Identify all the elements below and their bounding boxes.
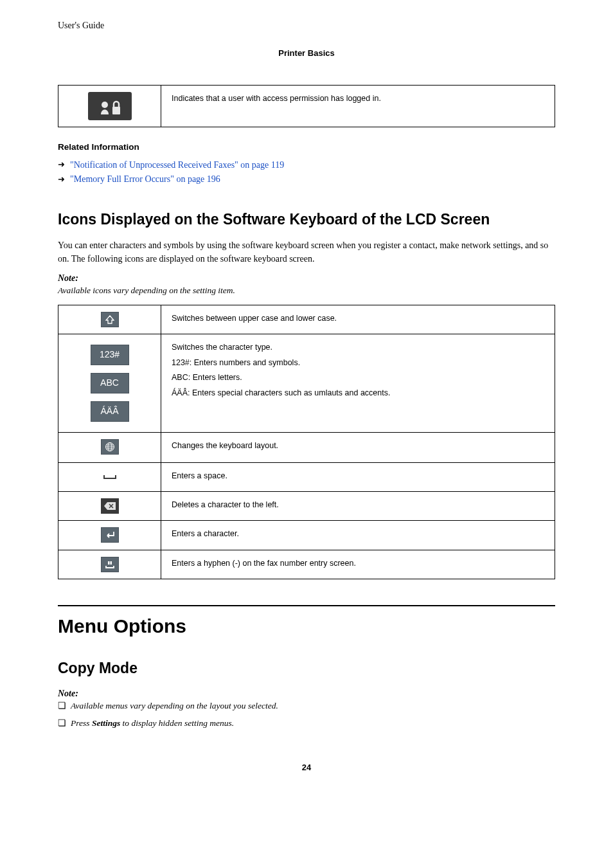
copy-mode-note-2: Press Settings to display hidden setting… bbox=[58, 718, 555, 730]
keyboard-icons-table: Switches between upper case and lower ca… bbox=[58, 305, 555, 580]
note-text: Available icons vary depending on the se… bbox=[58, 285, 555, 297]
enter-icon-desc: Enters a character. bbox=[161, 521, 555, 550]
related-link-2[interactable]: "Memory Full Error Occurs" on page 196 bbox=[70, 173, 220, 186]
login-icon-table: Indicates that a user with access permis… bbox=[58, 85, 555, 127]
related-link-row: ➜ "Notification of Unprocessed Received … bbox=[58, 159, 555, 172]
icons-section-intro: You can enter characters and symbols by … bbox=[58, 239, 555, 266]
hyphen-icon-desc: Enters a hyphen (-) on the fax number en… bbox=[161, 550, 555, 579]
space-icon bbox=[101, 469, 119, 485]
copy-mode-heading: Copy Mode bbox=[58, 658, 555, 678]
copy-mode-note-1: Available menus vary depending on the la… bbox=[58, 700, 555, 712]
svg-rect-9 bbox=[108, 561, 110, 565]
chartype-desc-accent: ÁÄÂ: Enters special characters such as u… bbox=[172, 388, 544, 399]
globe-icon bbox=[101, 439, 119, 455]
chartype-desc: Switches the character type. 123#: Enter… bbox=[161, 334, 555, 433]
svg-point-0 bbox=[102, 102, 108, 108]
svg-rect-10 bbox=[110, 561, 112, 565]
hyphen-icon-cell bbox=[58, 550, 161, 579]
login-icon-cell bbox=[58, 85, 161, 127]
login-icon-desc: Indicates that a user with access permis… bbox=[161, 85, 555, 127]
pause-hyphen-icon bbox=[101, 557, 119, 572]
header-guide: User's Guide bbox=[58, 19, 555, 32]
chartype-abc-icon: ABC bbox=[91, 373, 129, 393]
space-icon-cell bbox=[58, 462, 161, 491]
shift-icon-desc: Switches between upper case and lower ca… bbox=[161, 305, 555, 334]
related-info-heading: Related Information bbox=[58, 141, 555, 154]
backspace-icon bbox=[101, 498, 119, 514]
arrow-right-icon: ➜ bbox=[58, 174, 65, 185]
menu-options-heading: Menu Options bbox=[58, 605, 555, 640]
chartype-icon-cell: 123# ABC ÁÄÂ bbox=[58, 334, 161, 433]
arrow-right-icon: ➜ bbox=[58, 159, 65, 170]
chartype-desc-abc: ABC: Enters letters. bbox=[172, 372, 544, 384]
layout-icon-cell bbox=[58, 433, 161, 463]
svg-rect-1 bbox=[112, 107, 120, 114]
enter-icon bbox=[101, 527, 119, 543]
backspace-icon-desc: Deletes a character to the left. bbox=[161, 491, 555, 521]
icons-section-title: Icons Displayed on the Software Keyboard… bbox=[58, 209, 555, 230]
backspace-icon-cell bbox=[58, 491, 161, 521]
chartype-123-icon: 123# bbox=[91, 345, 129, 365]
related-link-1[interactable]: "Notification of Unprocessed Received Fa… bbox=[70, 159, 284, 172]
header-section-title: Printer Basics bbox=[58, 48, 555, 59]
chartype-desc-main: Switches the character type. bbox=[172, 342, 544, 354]
layout-icon-desc: Changes the keyboard layout. bbox=[161, 433, 555, 463]
chartype-desc-123: 123#: Enters numbers and symbols. bbox=[172, 357, 544, 369]
enter-icon-cell bbox=[58, 521, 161, 550]
note-label: Note: bbox=[58, 272, 555, 285]
space-icon-desc: Enters a space. bbox=[161, 462, 555, 491]
copy-mode-notes: Available menus vary depending on the la… bbox=[58, 700, 555, 730]
shift-icon-cell bbox=[58, 305, 161, 334]
page-number: 24 bbox=[58, 762, 555, 773]
related-link-row: ➜ "Memory Full Error Occurs" on page 196 bbox=[58, 173, 555, 186]
shift-icon bbox=[101, 312, 119, 327]
chartype-accent-icon: ÁÄÂ bbox=[91, 401, 129, 422]
note-label-2: Note: bbox=[58, 687, 555, 700]
user-login-icon bbox=[88, 92, 132, 120]
